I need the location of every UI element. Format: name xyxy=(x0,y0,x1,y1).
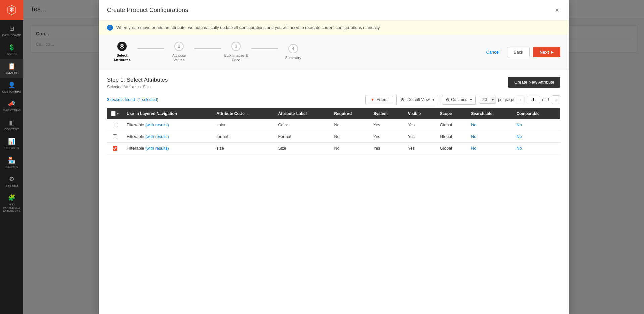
row-0-searchable-link[interactable]: No xyxy=(471,123,476,127)
row-0-system: Yes xyxy=(369,119,404,131)
row-2-comparable-link[interactable]: No xyxy=(516,146,522,151)
sidebar-item-system[interactable]: ⚙ SYSTEM xyxy=(0,172,23,191)
row-0-required: No xyxy=(330,119,369,131)
table-row: Filterable (with results)colorColorNoYes… xyxy=(107,119,560,131)
row-2-comparable: No xyxy=(512,142,560,154)
stores-icon: 🏪 xyxy=(8,156,15,164)
row-0-checkbox[interactable] xyxy=(113,123,117,127)
next-page-button[interactable]: › xyxy=(552,95,560,104)
sidebar-item-stores[interactable]: 🏪 STORES xyxy=(0,153,23,172)
table-row: Filterable (with results)formatFormatNoY… xyxy=(107,131,560,142)
col-system: System xyxy=(369,108,404,119)
row-1-checkbox[interactable] xyxy=(113,134,117,139)
sidebar-item-sales[interactable]: 💲 SALES xyxy=(0,40,23,59)
step-title: Step 1: Select Attributes xyxy=(107,77,168,83)
sidebar-logo[interactable] xyxy=(0,0,23,20)
row-1-searchable-link[interactable]: No xyxy=(471,134,476,139)
step-2[interactable]: 2 AttributeValues xyxy=(164,42,194,63)
toolbar-right: ▼ Filters 👁 Default View ▾ ⚙ Columns ▾ xyxy=(365,95,560,105)
step-2-label: AttributeValues xyxy=(172,53,186,63)
row-0-searchable: No xyxy=(467,119,512,131)
content-header: Step 1: Select Attributes Selected Attri… xyxy=(107,77,560,89)
per-page-arrow[interactable]: ▾ xyxy=(490,97,496,103)
sidebar-item-extensions[interactable]: 🧩 FIND PARTNERS & EXTENSIONS xyxy=(0,191,23,216)
current-page-input[interactable] xyxy=(527,96,540,103)
system-icon: ⚙ xyxy=(9,175,14,183)
row-2-searchable-link[interactable]: No xyxy=(471,146,476,151)
sidebar-item-marketing[interactable]: 📣 MARKETING xyxy=(0,97,23,116)
create-new-attribute-button[interactable]: Create New Attribute xyxy=(508,77,560,88)
main-area: Tes... Con... Co... col... Create Produc… xyxy=(23,0,644,314)
back-button[interactable]: Back xyxy=(507,47,530,57)
step-2-circle: 2 xyxy=(174,42,184,51)
step-4-circle: 4 xyxy=(288,44,298,53)
connector-2-3 xyxy=(194,48,221,49)
row-2-attr-label: Size xyxy=(274,142,330,154)
columns-gear-icon: ⚙ xyxy=(446,97,450,102)
sidebar-item-reports[interactable]: 📊 REPORTS xyxy=(0,134,23,153)
sidebar-item-content[interactable]: ◧ CONTENT xyxy=(0,116,23,134)
info-banner: i When you remove or add an attribute, w… xyxy=(99,20,569,35)
step-1-circle xyxy=(117,42,127,51)
row-1-comparable-link[interactable]: No xyxy=(516,134,522,139)
cancel-button[interactable]: Cancel xyxy=(482,48,503,57)
step-3[interactable]: 3 Bulk Images &Price xyxy=(221,42,251,63)
selected-attributes-text: Selected Attributes: Size xyxy=(107,85,168,89)
columns-select[interactable]: ⚙ Columns ▾ xyxy=(442,95,475,105)
row-0-with-results-link[interactable]: (with results) xyxy=(145,123,169,127)
col-use-in-nav: Use in Layered Navigation xyxy=(123,108,212,119)
row-1-system: Yes xyxy=(369,131,404,142)
modal-overlay: Create Product Configurations × i When y… xyxy=(23,0,644,314)
col-comparable: Comparable xyxy=(512,108,560,119)
next-button[interactable]: Next xyxy=(533,47,560,57)
modal-close-button[interactable]: × xyxy=(554,5,560,15)
content-icon: ◧ xyxy=(9,119,15,126)
info-icon: i xyxy=(107,25,113,31)
sidebar-item-catalog[interactable]: 📋 CATALOG xyxy=(0,59,23,78)
filters-button[interactable]: ▼ Filters xyxy=(365,95,392,104)
row-0-comparable: No xyxy=(512,119,560,131)
row-2-searchable: No xyxy=(467,142,512,154)
select-all-column: ▾ xyxy=(107,108,123,119)
per-page-label: per page xyxy=(498,97,514,102)
sidebar-item-customers[interactable]: 👤 CUSTOMERS xyxy=(0,78,23,97)
prev-page-button[interactable]: ‹ xyxy=(516,95,525,104)
sidebar-item-dashboard[interactable]: ⊞ DASHBOARD xyxy=(0,21,23,40)
row-2-with-results-link[interactable]: (with results) xyxy=(145,146,169,151)
select-all-checkbox[interactable] xyxy=(111,111,116,116)
step-1[interactable]: SelectAttributes xyxy=(107,42,137,63)
catalog-icon: 📋 xyxy=(8,62,15,70)
modal-header: Create Product Configurations × xyxy=(99,0,569,20)
of-label: of xyxy=(542,97,545,102)
connector-3-4 xyxy=(251,48,278,49)
row-1-with-results-link[interactable]: (with results) xyxy=(145,134,169,139)
table-body: Filterable (with results)colorColorNoYes… xyxy=(107,119,560,154)
table-row: Filterable (with results)sizeSizeNoYesYe… xyxy=(107,142,560,154)
col-visible: Visible xyxy=(404,108,436,119)
total-pages: 1 xyxy=(547,97,550,102)
steps-actions: Cancel Back Next xyxy=(482,47,560,57)
row-0-comparable-link[interactable]: No xyxy=(516,123,522,127)
row-2-required: No xyxy=(330,142,369,154)
row-2-checkbox[interactable] xyxy=(113,146,117,151)
row-2-attr-code: size xyxy=(212,142,274,154)
row-1-visible: Yes xyxy=(404,131,436,142)
row-1-required: No xyxy=(330,131,369,142)
step-info: Step 1: Select Attributes Selected Attri… xyxy=(107,77,168,89)
row-0-attr-label: Color xyxy=(274,119,330,131)
per-page-select[interactable]: 20 ▾ xyxy=(480,96,496,104)
steps-list: SelectAttributes 2 AttributeValues 3 Bul… xyxy=(107,42,308,63)
row-1-attr-label: Format xyxy=(274,131,330,142)
records-found-text: 3 records found xyxy=(107,97,135,102)
select-all-dropdown-icon[interactable]: ▾ xyxy=(117,112,119,115)
col-attr-code[interactable]: Attribute Code ↓ xyxy=(212,108,274,119)
row-2-visible: Yes xyxy=(404,142,436,154)
col-attr-label: Attribute Label xyxy=(274,108,330,119)
per-page-value: 20 xyxy=(480,96,490,103)
default-view-select[interactable]: 👁 Default View ▾ xyxy=(396,95,438,105)
step-3-circle: 3 xyxy=(231,42,241,51)
step-4[interactable]: 4 Summary xyxy=(278,44,308,60)
row-0-checkbox-cell xyxy=(107,119,123,131)
row-2-system: Yes xyxy=(369,142,404,154)
attributes-table: ▾ Use in Layered Navigation Attribute Co… xyxy=(107,108,560,154)
